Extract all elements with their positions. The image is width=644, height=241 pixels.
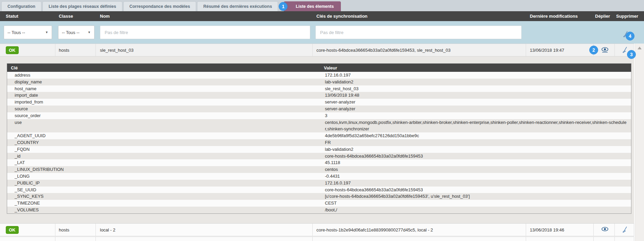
- detail-value: 3: [320, 112, 631, 119]
- sync-filter-input[interactable]: [315, 26, 522, 39]
- tab-configuration[interactable]: Configuration: [1, 1, 41, 11]
- detail-row: _AGENT_UUID4de5b96fa9f5d32a65befc276126d…: [7, 132, 631, 139]
- detail-row: _FQDNlab-validation2: [7, 146, 631, 153]
- column-header-sync: Clés de synchronisation: [313, 14, 526, 19]
- detail-value: -0.4431: [320, 173, 631, 180]
- delete-broom-button[interactable]: [616, 226, 634, 234]
- chevron-down-icon: ▼: [88, 31, 91, 34]
- tab-resume-executions[interactable]: Résumé des dernières exécutions: [197, 1, 278, 11]
- detail-row: _idcore-hosts-64bdcea366654b33a02a0fd6fe…: [7, 153, 631, 160]
- detail-value: 45.1118: [320, 159, 631, 166]
- detail-value: 4de5b96fa9f5d32a65befc276126dd150a1bbe9c: [320, 132, 631, 139]
- detail-key: source_order: [7, 112, 320, 119]
- classe-cell: hosts: [55, 44, 96, 56]
- tab-correspondance-modeles[interactable]: Correspondance des modèles: [123, 1, 196, 11]
- detail-key: _LINUX_DISTRIBUTION: [7, 166, 320, 173]
- statut-filter-value: -- Tous --: [7, 30, 25, 35]
- detail-row: _SYNC_KEYS[u'core-hosts-64bdcea366654b33…: [7, 193, 631, 200]
- classe-filter-select[interactable]: -- Tous -- ▼: [58, 26, 94, 39]
- status-badge: OK: [6, 226, 19, 234]
- classe-filter-value: -- Tous --: [62, 30, 80, 35]
- detail-row: _COUNTRYFR: [7, 139, 631, 146]
- supprimer-cell: [615, 237, 634, 241]
- sync-value: core-hosts-1b2e94d06afc11e883990800277d4…: [316, 227, 433, 232]
- broom-icon: [621, 226, 629, 234]
- detail-row: _LAT45.1118: [7, 159, 631, 166]
- vertical-scrollbar[interactable]: [635, 44, 644, 241]
- column-header-nom: Nom: [96, 14, 313, 19]
- column-header-supprimer: Supprimer: [615, 14, 634, 19]
- detail-value: 13/06/2018 19:48: [320, 92, 631, 99]
- detail-key: _VOLUMES: [7, 207, 320, 213]
- classe-cell: hosts: [55, 224, 96, 236]
- detail-key: _FQDN: [7, 146, 320, 153]
- detail-key: source: [7, 106, 320, 112]
- tab-liste-elements-label: Liste des élements: [296, 4, 334, 9]
- detail-key: _id: [7, 153, 320, 160]
- eye-icon: [601, 47, 609, 53]
- column-header-classe: Classe: [55, 14, 96, 19]
- detail-column-valeur: Valeur: [320, 65, 631, 70]
- detail-key: _TIMEZONE: [7, 200, 320, 207]
- statut-filter-select[interactable]: -- Tous -- ▼: [4, 26, 52, 39]
- sync-cell: core-hosts-64bdcea366654b33a02a0fd6fe159…: [313, 44, 526, 56]
- classe-cell: [55, 237, 96, 241]
- detail-table-body: address172.16.0.197display_namelab-valid…: [7, 72, 631, 213]
- detail-key: _AGENT_UUID: [7, 132, 320, 139]
- detail-key: _SE_UUID: [7, 187, 320, 193]
- detail-value: FR: [320, 139, 631, 146]
- callout-badge-1: 1: [279, 2, 288, 11]
- expanded-detail-area: Clé Valeur address172.16.0.197display_na…: [0, 57, 634, 223]
- scroll-up-arrow-icon[interactable]: [638, 47, 642, 49]
- detail-value: /boot,/: [320, 207, 631, 213]
- sync-value: core-hosts-64bdcea366654b33a02a0fd6fe159…: [316, 48, 451, 53]
- detail-key: import_date: [7, 92, 320, 99]
- chevron-down-icon: ▼: [45, 31, 48, 34]
- detail-row: host_namesle_rest_host_03: [7, 85, 631, 92]
- detail-value: [u'core-hosts-64bdcea366654b33a02a0fd6fe…: [320, 193, 631, 200]
- deplier-cell: [594, 237, 615, 241]
- supprimer-cell: [615, 224, 634, 236]
- tab-liste-elements[interactable]: 1 Liste des élements: [284, 1, 341, 11]
- application-window: Configuration Liste des plages réseaux d…: [0, 0, 644, 241]
- detail-key: imported_from: [7, 99, 320, 106]
- detail-row: _LONG-0.4431: [7, 173, 631, 180]
- detail-row: usecentos,kvm,linux,mongodb,postfix,shin…: [7, 119, 631, 133]
- column-header-statut: Statut: [0, 14, 55, 19]
- nom-filter-input[interactable]: [100, 26, 310, 39]
- nom-cell: sle_rest_host_03: [96, 44, 313, 56]
- expand-eye-button[interactable]: [595, 227, 614, 233]
- detail-value: server-analyzer: [320, 106, 631, 112]
- callout-badge-3: 3: [627, 50, 636, 59]
- detail-row: _LINUX_DISTRIBUTIONcentos: [7, 166, 631, 173]
- nom-value: sle_rest_host_03: [100, 48, 134, 53]
- sync-cell: core-hosts-1b2e94d06afc11e883990800277d4…: [313, 224, 526, 236]
- callout-badge-4: 4: [626, 32, 634, 41]
- detail-value: centos: [320, 166, 631, 173]
- tab-plages-reseaux[interactable]: Liste des plages réseaux définies: [42, 1, 122, 11]
- detail-value: 172.16.0.197: [320, 72, 631, 79]
- detail-value: 172.16.0.197: [320, 180, 631, 187]
- detail-row: address172.16.0.197: [7, 72, 631, 79]
- detail-key: address: [7, 72, 320, 79]
- nom-cell: [96, 237, 313, 241]
- detail-value: core-hosts-64bdcea366654b33a02a0fd6fe159…: [320, 187, 631, 193]
- modified-value: 13/06/2018 19:46: [530, 227, 564, 232]
- detail-row: source_order3: [7, 112, 631, 119]
- detail-value: centos,kvm,linux,mongodb,postfix,shinken…: [320, 119, 631, 133]
- modification-cell: 13/06/2018 19:46: [526, 224, 594, 236]
- detail-table: Clé Valeur address172.16.0.197display_na…: [7, 63, 631, 214]
- supprimer-cell: 3: [615, 44, 634, 56]
- detail-value: lab-validation2: [320, 79, 631, 85]
- statut-cell: OK: [0, 237, 55, 241]
- detail-row: _VOLUMES/boot,/: [7, 207, 631, 213]
- detail-key: _LONG: [7, 173, 320, 180]
- detail-row: _SE_UUIDcore-hosts-64bdcea366654b33a02a0…: [7, 187, 631, 193]
- sync-cell: [313, 237, 526, 241]
- detail-key: use: [7, 119, 320, 133]
- callout-badge-2: 2: [589, 46, 598, 54]
- table-header-row: Statut Classe Nom Clés de synchronisatio…: [0, 11, 644, 21]
- detail-row: imported_fromserver-analyzer: [7, 99, 631, 106]
- detail-row: _PUBLIC_IP172.16.0.197: [7, 180, 631, 187]
- status-badge: OK: [6, 46, 19, 54]
